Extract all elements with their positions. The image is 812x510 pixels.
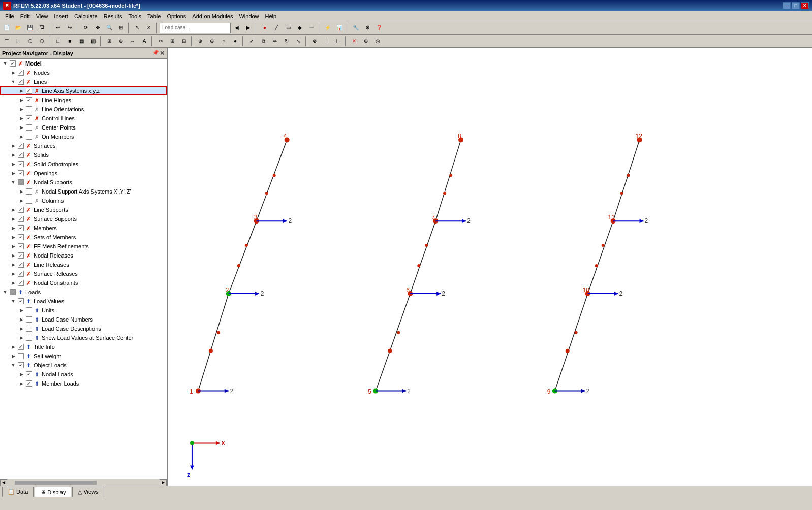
close-btn[interactable]: ✕ xyxy=(801,2,809,9)
extra4[interactable]: ● xyxy=(230,36,241,47)
tree-expander[interactable]: ▶ xyxy=(17,105,25,114)
tree-expander[interactable]: ▶ xyxy=(9,205,17,214)
tree-item-control-lines[interactable]: ▶ ✗ Control Lines xyxy=(0,114,167,123)
surface-btn[interactable]: ▭ xyxy=(283,22,294,34)
tree-item-members[interactable]: ▶ ✗ Members xyxy=(0,224,167,233)
tree-item-sets-of-members[interactable]: ▶ ✗ Sets of Members xyxy=(0,233,167,242)
tree-item-center-points[interactable]: ▶ ✗ Center Points xyxy=(0,123,167,132)
delete-btn[interactable]: ✕ xyxy=(143,22,154,34)
checkbox[interactable] xyxy=(18,70,24,76)
tree-expander[interactable]: ▶ xyxy=(9,233,17,242)
tree-item-nodal-loads[interactable]: ▶ ⬆ Nodal Loads xyxy=(0,370,167,379)
tree-expander[interactable]: ▶ xyxy=(17,114,25,123)
menu-item-insert[interactable]: Insert xyxy=(51,12,71,20)
divide-btn[interactable]: ÷ xyxy=(321,36,332,47)
mirror-btn[interactable]: ⇔ xyxy=(269,36,280,47)
tree-expander[interactable]: ▶ xyxy=(17,123,25,132)
tree-expander[interactable]: ▼ xyxy=(9,361,17,370)
tree-item-units[interactable]: ▶ ⬆ Units xyxy=(0,306,167,315)
checkbox[interactable] xyxy=(26,198,32,204)
clip2[interactable]: ⊞ xyxy=(167,36,178,47)
tab-data[interactable]: 📋 Data xyxy=(2,487,34,497)
checkbox[interactable] xyxy=(18,216,24,222)
checkbox[interactable] xyxy=(18,234,24,240)
redo-btn[interactable]: ↪ xyxy=(64,22,75,34)
special3[interactable]: ◎ xyxy=(372,36,383,47)
tree-item-load-case-desc[interactable]: ▶ ⬆ Load Case Descriptions xyxy=(0,324,167,333)
checkbox[interactable] xyxy=(26,307,32,313)
rotate-btn[interactable]: ⟳ xyxy=(80,22,91,34)
tree-expander[interactable]: ▶ xyxy=(17,324,25,333)
tree-item-load-values[interactable]: ▼ ⬆ Load Values xyxy=(0,297,167,306)
minimize-btn[interactable]: ─ xyxy=(783,2,791,9)
checkbox[interactable] xyxy=(18,353,24,359)
checkbox[interactable] xyxy=(18,143,24,149)
more-btn1[interactable]: 🔧 xyxy=(350,22,361,34)
tree-item-columns[interactable]: ▶ ✗ Columns xyxy=(0,196,167,205)
view-front[interactable]: ⊢ xyxy=(13,36,24,47)
tree-expander[interactable]: ▶ xyxy=(17,315,25,324)
nav-pin-btn[interactable]: 📌 xyxy=(152,50,159,57)
tree-item-nodes[interactable]: ▶ ✗ Nodes xyxy=(0,68,167,77)
tree-expander[interactable]: ▶ xyxy=(9,214,17,224)
tree-expander[interactable]: ▶ xyxy=(9,68,17,77)
checkbox[interactable] xyxy=(26,326,32,332)
checkbox[interactable] xyxy=(18,207,24,213)
tree-expander[interactable]: ▶ xyxy=(9,141,17,150)
save-btn[interactable]: 💾 xyxy=(24,22,36,34)
tree-expander[interactable]: ▼ xyxy=(9,77,17,86)
move-btn[interactable]: ⤢ xyxy=(246,36,257,47)
scale-btn[interactable]: ⤡ xyxy=(293,36,304,47)
tree-item-line-orientations[interactable]: ▶ ✗ Line Orientations xyxy=(0,105,167,114)
checkbox[interactable] xyxy=(26,188,32,195)
tree-expander[interactable]: ▶ xyxy=(17,370,25,379)
calc-btn[interactable]: ⚡ xyxy=(322,22,333,34)
menu-item-add-on-modules[interactable]: Add-on Modules xyxy=(189,12,236,20)
rotate-obj[interactable]: ↻ xyxy=(281,36,292,47)
line-btn[interactable]: ╱ xyxy=(271,22,282,34)
pan-btn[interactable]: ✥ xyxy=(92,22,103,34)
tree-expander[interactable]: ▶ xyxy=(9,352,17,361)
checkbox[interactable] xyxy=(26,115,32,121)
checkbox[interactable] xyxy=(26,134,32,140)
extra1[interactable]: ⊕ xyxy=(195,36,206,47)
tree-item-object-loads[interactable]: ▼ ⬆ Object Loads xyxy=(0,361,167,370)
checkbox[interactable] xyxy=(26,316,32,323)
grid-btn[interactable]: ⊞ xyxy=(104,36,115,47)
nav-hscroll[interactable]: ◀ ▶ xyxy=(0,479,167,486)
tab-display[interactable]: 🖥 Display xyxy=(35,487,71,497)
select-btn[interactable]: ↖ xyxy=(132,22,143,34)
maximize-btn[interactable]: □ xyxy=(792,2,800,9)
dim-btn[interactable]: ↔ xyxy=(127,36,138,47)
tree-item-line-hinges[interactable]: ▶ ✗ Line Hinges xyxy=(0,95,167,105)
tree-item-nodal-constraints[interactable]: ▶ ✗ Nodal Constraints xyxy=(0,278,167,288)
tree-expander[interactable]: ▶ xyxy=(9,342,17,352)
checkbox[interactable] xyxy=(10,289,16,295)
tree-item-surface-releases[interactable]: ▶ ✗ Surface Releases xyxy=(0,269,167,278)
more-btn2[interactable]: ⚙ xyxy=(362,22,373,34)
tree-expander[interactable]: ▶ xyxy=(17,86,25,95)
special2[interactable]: ⊕ xyxy=(360,36,371,47)
checkbox[interactable] xyxy=(26,97,32,103)
tree-expander[interactable]: ▶ xyxy=(17,196,25,205)
render-shade[interactable]: ▧ xyxy=(87,36,99,47)
undo-btn[interactable]: ↩ xyxy=(52,22,64,34)
tree-expander[interactable]: ▶ xyxy=(9,160,17,169)
viewport[interactable]: 2 2 2 1 2 3 4 xyxy=(168,48,812,486)
load-case-dropdown[interactable]: Load case... xyxy=(160,23,231,33)
checkbox[interactable] xyxy=(18,362,24,368)
checkbox[interactable] xyxy=(26,124,32,131)
tree-item-solids[interactable]: ▶ ✗ Solids xyxy=(0,150,167,160)
tree-expander[interactable]: ▶ xyxy=(9,150,17,160)
tab-views[interactable]: △ Views xyxy=(72,487,104,497)
view-top[interactable]: ⊤ xyxy=(1,36,12,47)
special1[interactable]: ✕ xyxy=(349,36,360,47)
tree-expander[interactable]: ▶ xyxy=(17,95,25,105)
view-iso[interactable]: ⬡ xyxy=(36,36,47,47)
tree-item-surface-supports[interactable]: ▶ ✗ Surface Supports xyxy=(0,214,167,224)
member-btn[interactable]: ═ xyxy=(306,22,317,34)
tree-item-fe-mesh[interactable]: ▶ ✗ FE Mesh Refinements xyxy=(0,242,167,251)
tree-expander[interactable]: ▶ xyxy=(9,242,17,251)
hscroll-left[interactable]: ◀ xyxy=(0,479,7,486)
menu-item-help[interactable]: Help xyxy=(262,12,280,20)
